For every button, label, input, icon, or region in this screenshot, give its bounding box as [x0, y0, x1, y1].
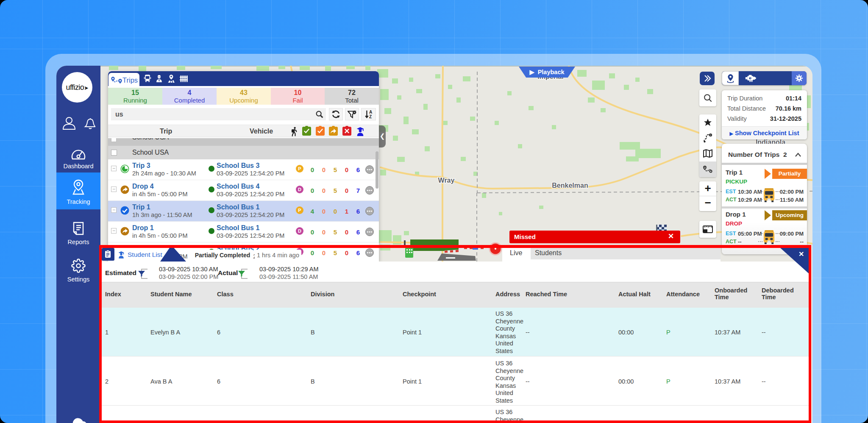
svg-text:A: A [369, 110, 372, 114]
svg-text:Wray: Wray [438, 177, 455, 184]
svg-text:Benkelman: Benkelman [552, 182, 588, 189]
svg-text:Z: Z [369, 114, 371, 119]
